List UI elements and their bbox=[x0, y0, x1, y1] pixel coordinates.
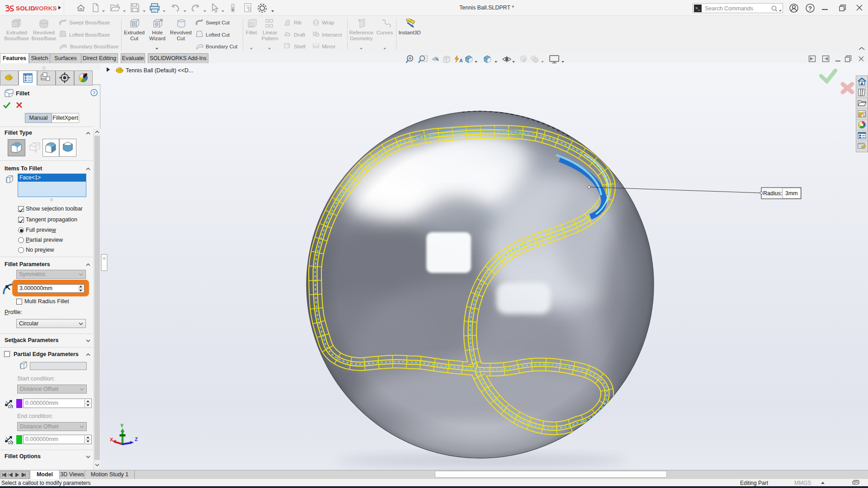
svg-text:Tennis Ball (Default) <<D...: Tennis Ball (Default) <<D... bbox=[126, 67, 193, 74]
svg-text:X: X bbox=[110, 437, 113, 442]
svg-text:WORKS: WORKS bbox=[33, 5, 57, 12]
svg-text:Y: Y bbox=[120, 423, 124, 428]
svg-text:D2: D2 bbox=[8, 441, 13, 445]
svg-text:?: ? bbox=[93, 90, 95, 95]
svg-text:?: ? bbox=[808, 5, 812, 12]
svg-text:3mm: 3mm bbox=[785, 190, 798, 197]
svg-text:D1: D1 bbox=[8, 404, 13, 408]
svg-text:SOLID: SOLID bbox=[16, 5, 35, 12]
svg-text:A: A bbox=[459, 58, 462, 63]
svg-text:Z: Z bbox=[135, 436, 138, 442]
svg-text:Radius:: Radius: bbox=[763, 190, 782, 197]
